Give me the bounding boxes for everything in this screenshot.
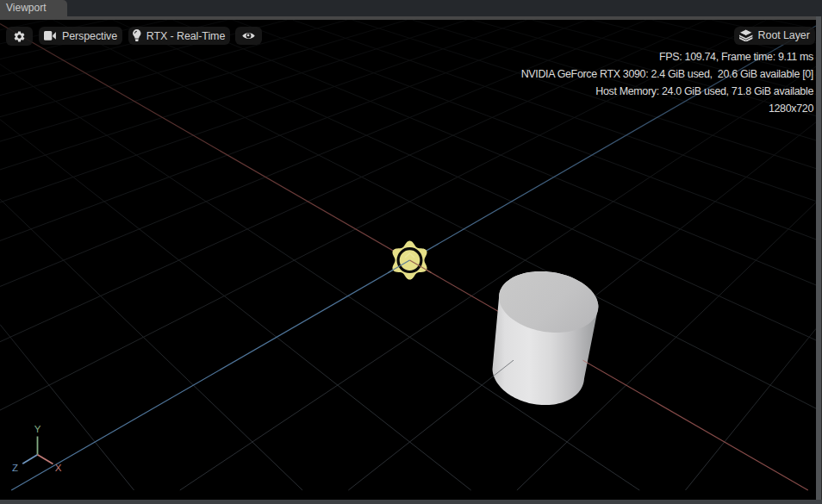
svg-text:Y: Y xyxy=(34,424,41,434)
svg-text:Z: Z xyxy=(12,463,18,473)
svg-text:X: X xyxy=(55,463,62,473)
